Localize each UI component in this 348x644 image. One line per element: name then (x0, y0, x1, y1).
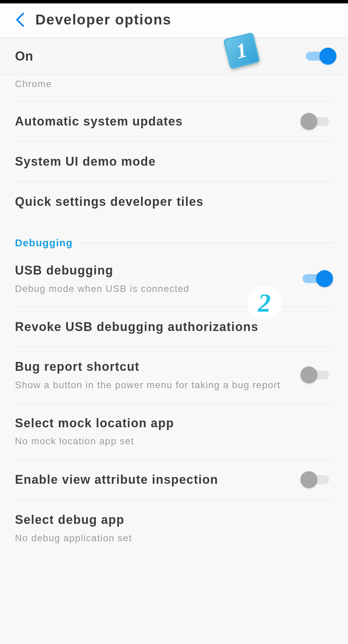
view-attr-inspection-row[interactable]: Enable view attribute inspection (15, 460, 333, 500)
row-title: Enable view attribute inspection (15, 472, 290, 488)
row-subtitle: Debug mode when USB is connected (15, 282, 290, 295)
chevron-left-icon (15, 12, 24, 27)
status-bar (0, 0, 348, 3)
select-debug-app-row[interactable]: Select debug app No debug application se… (15, 500, 333, 556)
webview-impl-subtitle: Chrome (15, 79, 333, 89)
select-mock-location-row[interactable]: Select mock location app No mock locatio… (15, 403, 333, 460)
row-title: Automatic system updates (15, 113, 290, 130)
annotation-badge-2: 2 (247, 286, 281, 320)
page-title: Developer options (35, 12, 171, 28)
quick-settings-dev-tiles-row[interactable]: Quick settings developer tiles (15, 182, 333, 222)
bug-report-shortcut-row[interactable]: Bug report shortcut Show a button in the… (15, 347, 333, 403)
section-label: Debugging (15, 237, 73, 249)
usb-debugging-row[interactable]: USB debugging Debug mode when USB is con… (15, 251, 333, 307)
bug-report-shortcut-toggle[interactable] (300, 366, 333, 383)
webview-impl-row-partial[interactable]: Chrome (15, 75, 333, 101)
automatic-system-updates-toggle[interactable] (300, 113, 333, 130)
back-button[interactable] (12, 12, 28, 28)
revoke-usb-auth-row[interactable]: Revoke USB debugging authorizations (15, 307, 333, 347)
row-subtitle: No mock location app set (15, 435, 323, 448)
master-toggle-label: On (15, 49, 33, 64)
view-attr-inspection-toggle[interactable] (300, 471, 333, 488)
usb-debugging-toggle[interactable] (300, 270, 333, 287)
row-title: Revoke USB debugging authorizations (15, 319, 323, 335)
row-title: System UI demo mode (15, 153, 323, 170)
developer-options-toggle[interactable] (304, 48, 336, 65)
row-subtitle: No debug application set (15, 532, 323, 545)
row-title: Select debug app (15, 512, 323, 528)
row-title: USB debugging (15, 262, 290, 279)
system-ui-demo-mode-row[interactable]: System UI demo mode (15, 142, 333, 182)
row-title: Select mock location app (15, 415, 323, 432)
developer-options-master-toggle-row[interactable]: On (0, 38, 348, 75)
row-title: Bug report shortcut (15, 359, 290, 375)
automatic-system-updates-row[interactable]: Automatic system updates (15, 101, 333, 142)
row-subtitle: Show a button in the power menu for taki… (15, 379, 290, 392)
app-header: Developer options (0, 3, 348, 38)
row-title: Quick settings developer tiles (15, 194, 323, 210)
section-header-debugging: Debugging (15, 237, 333, 249)
section-divider (82, 243, 333, 243)
